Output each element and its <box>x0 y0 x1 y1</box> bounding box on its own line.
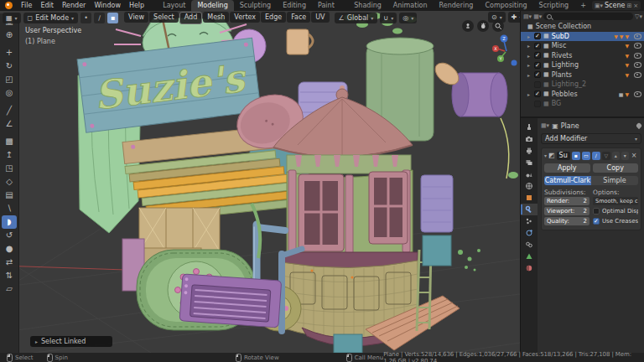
collection-checkbox[interactable]: ✓ <box>534 101 541 107</box>
uv-smooth-dropdown[interactable]: Smooth, keep c...▾ <box>593 197 638 205</box>
expand-icon[interactable]: ▸ <box>527 91 532 97</box>
tool-measure[interactable]: ∠ <box>2 117 17 131</box>
collection-checkbox[interactable]: ✓ <box>534 52 541 59</box>
menu-view[interactable]: View <box>124 12 148 23</box>
outliner-display-mode-icon[interactable]: ▦▾ <box>533 13 542 20</box>
tab-rendering[interactable]: Rendering <box>434 0 480 11</box>
menu-edit[interactable]: Edit <box>36 2 58 9</box>
tab-object-data-icon[interactable] <box>521 251 538 262</box>
move-down-button[interactable]: ▾ <box>621 152 629 160</box>
render-field[interactable]: Render:2 <box>544 197 589 205</box>
tab-render-icon[interactable] <box>521 133 538 145</box>
model-window-right[interactable] <box>369 172 408 244</box>
outliner-row-misc[interactable]: ▸ ✓ ▦ Misc ▼ <box>521 41 644 51</box>
blender-logo-icon[interactable] <box>5 2 13 9</box>
model-plum-cylinder[interactable] <box>452 73 507 116</box>
visibility-eye-icon[interactable] <box>634 72 641 78</box>
model-window-left[interactable] <box>299 174 344 251</box>
menu-uv[interactable]: UV <box>311 12 329 23</box>
model-pebbles[interactable] <box>458 249 480 272</box>
tool-loop-cut[interactable]: ▤ <box>2 189 17 202</box>
simple-button[interactable]: Simple <box>591 176 638 185</box>
delete-modifier-icon[interactable]: × <box>631 152 637 159</box>
face-select-icon[interactable]: ▪ <box>107 13 118 23</box>
tool-add-cube[interactable]: ▩ <box>2 135 17 148</box>
tool-transform[interactable]: ◎ <box>2 86 17 100</box>
tab-material-icon[interactable] <box>521 262 538 274</box>
delete-scene-icon[interactable]: × <box>633 3 638 9</box>
tab-physics-icon[interactable] <box>521 227 538 239</box>
outliner-row-lighting[interactable]: ▸ ✓ ▦ Lighting ▼ <box>521 60 644 70</box>
expand-icon[interactable]: ▸ <box>527 62 532 68</box>
tab-tool-icon[interactable] <box>521 122 538 133</box>
tool-rotate[interactable]: ↻ <box>2 59 17 73</box>
visibility-eye-icon[interactable] <box>634 53 641 59</box>
menu-face[interactable]: Face <box>287 12 310 23</box>
add-workspace-button[interactable]: + <box>574 0 592 11</box>
viewport-visibility-toggle[interactable]: ▭ <box>582 152 590 160</box>
add-modifier-dropdown[interactable]: Add Modifier ▾ <box>541 133 641 144</box>
viewport-field[interactable]: Viewport:2 <box>544 207 589 215</box>
tool-cursor[interactable]: ⊕ <box>2 28 17 42</box>
tab-shading[interactable]: Shading <box>348 0 387 11</box>
outliner-search-input[interactable] <box>543 13 633 20</box>
visibility-eye-icon[interactable] <box>634 43 641 49</box>
tab-modifiers-icon[interactable] <box>521 204 538 215</box>
apply-button[interactable]: Apply <box>544 163 590 173</box>
pivot-point-icon[interactable]: ⊙▾ <box>488 12 506 23</box>
menu-select[interactable]: Select <box>149 12 179 23</box>
orientation-dropdown[interactable]: ∠Global▾ <box>335 13 378 23</box>
tool-inset-faces[interactable]: ◳ <box>2 162 17 175</box>
pin-icon[interactable] <box>636 122 642 129</box>
tool-scale[interactable]: ◰ <box>2 73 17 86</box>
visibility-eye-icon[interactable] <box>634 91 641 97</box>
menu-mesh[interactable]: Mesh <box>203 12 229 23</box>
tab-uv-editing[interactable]: UV Editing <box>277 0 312 11</box>
editmode-visibility-toggle[interactable]: ∕ <box>592 152 600 160</box>
tab-layout[interactable]: Layout <box>157 0 191 11</box>
tab-output-icon[interactable] <box>521 145 538 157</box>
tab-object-icon[interactable] <box>521 192 538 204</box>
outliner-row-lighting-2[interactable]: ✓ ▦ Lighting_2 <box>521 80 644 90</box>
menu-render[interactable]: Render <box>58 2 90 9</box>
tool-annotate[interactable]: ╱ <box>2 104 17 117</box>
proportional-editing-icon[interactable]: ◎▾ <box>399 13 417 23</box>
menu-window[interactable]: Window <box>90 2 125 9</box>
modifier-name-field[interactable]: Su <box>557 152 570 160</box>
editor-type-icon[interactable]: ▦▾ <box>3 13 21 23</box>
expand-icon[interactable]: ▸ <box>527 72 532 78</box>
tool-shrink-fatten[interactable]: ⇅ <box>2 269 17 282</box>
snap-magnet-icon[interactable]: ∪▾ <box>380 13 397 23</box>
tool-smooth[interactable]: ● <box>2 242 17 256</box>
tab-scene-icon[interactable] <box>521 168 538 180</box>
model-teal-foot[interactable] <box>334 334 362 353</box>
menu-file[interactable]: File <box>17 2 36 9</box>
tool-bevel[interactable]: ◇ <box>2 175 17 189</box>
model-side-panel[interactable] <box>421 175 453 266</box>
tab-compositing[interactable]: Compositing <box>479 0 532 11</box>
mode-dropdown[interactable]: ◻Edit Mode▾ <box>23 13 79 23</box>
tool-knife[interactable]: ∖ <box>2 202 17 215</box>
vertex-select-icon[interactable]: • <box>80 13 91 23</box>
tab-scripting[interactable]: Scripting <box>533 0 575 11</box>
tab-particles-icon[interactable] <box>521 215 538 227</box>
expand-icon[interactable]: ▸ <box>527 43 532 49</box>
quality-field[interactable]: Quality:2 <box>544 217 589 225</box>
outliner-row-plants[interactable]: ▸ ✓ ▦ Plants ▼ <box>521 70 644 80</box>
tab-world-icon[interactable] <box>521 180 538 192</box>
tool-spin[interactable]: ↺ <box>2 229 17 242</box>
collection-checkbox[interactable]: ✓ <box>534 43 541 49</box>
collection-checkbox[interactable]: ✓ <box>534 90 541 97</box>
tab-texture-paint[interactable]: Texture Paint <box>312 0 348 11</box>
tab-animation[interactable]: Animation <box>387 0 434 11</box>
expand-icon[interactable]: ▸ <box>527 53 532 59</box>
visibility-eye-icon[interactable] <box>634 34 641 39</box>
new-scene-icon[interactable]: ⊞ <box>626 3 631 9</box>
tool-poly-build[interactable]: ◗ <box>2 215 17 229</box>
tool-extrude-region[interactable]: ↥ <box>2 148 17 162</box>
visibility-eye-icon[interactable] <box>634 62 641 68</box>
model-mug[interactable] <box>287 29 313 54</box>
outliner-editor-icon[interactable]: ▤▾ <box>523 13 532 20</box>
edge-select-icon[interactable]: ∕ <box>94 13 105 23</box>
model-radiator[interactable] <box>179 274 282 328</box>
